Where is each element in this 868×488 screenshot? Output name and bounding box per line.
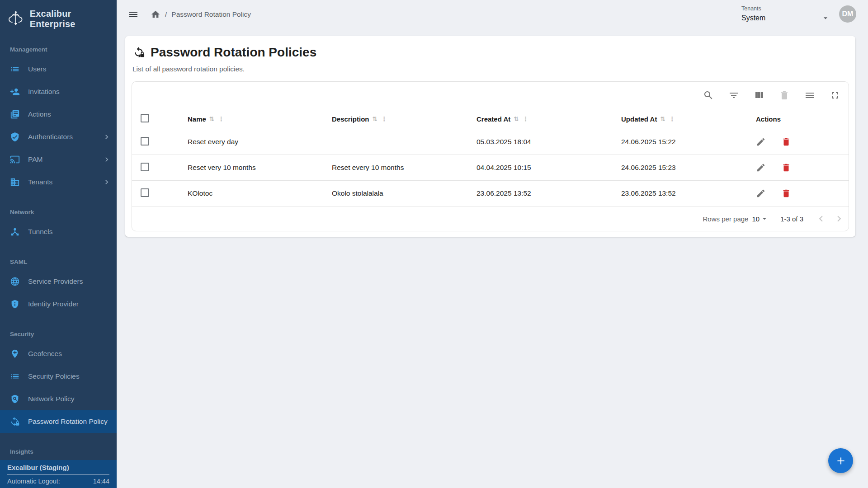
list-icon <box>10 64 20 74</box>
sidebar-item-invitations[interactable]: Invitations <box>0 80 117 103</box>
edit-button[interactable] <box>756 188 766 198</box>
tenant-select-label: Tenants <box>741 5 831 12</box>
brand-name: Excalibur Enterprise <box>30 9 110 29</box>
column-menu-icon[interactable]: ⋮ <box>523 115 529 122</box>
library-books-icon <box>10 109 20 119</box>
sidebar-item-label: PAM <box>28 155 94 164</box>
menu-toggle-button[interactable] <box>128 9 139 20</box>
add-policy-fab[interactable] <box>828 448 853 473</box>
chevron-right-icon <box>102 178 111 187</box>
chevron-right-icon <box>102 155 111 164</box>
sidebar-item-geofences[interactable]: Geofences <box>0 343 117 365</box>
edit-button[interactable] <box>756 163 766 173</box>
app-window: Excalibur Enterprise Management Users In… <box>0 0 868 488</box>
bulk-delete-button[interactable] <box>779 90 790 101</box>
sort-icon[interactable]: ⇅ <box>514 115 519 122</box>
column-menu-icon[interactable]: ⋮ <box>381 115 387 122</box>
column-menu-icon[interactable]: ⋮ <box>669 115 675 122</box>
sidebar-item-label: Users <box>28 65 111 73</box>
fullscreen-icon <box>830 90 840 101</box>
sort-icon[interactable]: ⇅ <box>373 115 377 122</box>
home-icon[interactable] <box>151 9 160 19</box>
row-checkbox[interactable] <box>141 188 149 197</box>
policies-table: Name ⇅ ⋮ Description ⇅ ⋮ Created At ⇅ ⋮ <box>132 81 849 231</box>
cell-name: Reset very 10 months <box>177 164 321 172</box>
filter-button[interactable] <box>728 90 739 101</box>
delete-button[interactable] <box>781 163 791 173</box>
main-area: / Password Rotation Policy Tenants Syste… <box>117 0 868 488</box>
chevron-right-icon <box>833 213 845 225</box>
sidebar-item-label: Service Providers <box>28 277 111 286</box>
column-header-actions: Actions <box>750 115 849 123</box>
view-columns-icon <box>754 90 764 101</box>
avatar-initials: DM <box>842 10 854 18</box>
dropdown-caret-icon <box>821 14 830 23</box>
section-label-insights: Insights <box>0 433 117 460</box>
sidebar-item-service-providers[interactable]: Service Providers <box>0 270 117 293</box>
building-icon <box>10 177 20 187</box>
row-checkbox[interactable] <box>141 163 149 171</box>
auto-logout-timer: 14:44 <box>93 478 109 485</box>
column-header-created-at: Created At ⇅ ⋮ <box>466 115 610 123</box>
row-checkbox[interactable] <box>141 137 149 145</box>
fullscreen-button[interactable] <box>830 90 840 101</box>
sidebar-item-label: Actions <box>28 110 111 118</box>
sidebar-item-security-policies[interactable]: Security Policies <box>0 365 117 388</box>
pencil-icon <box>756 163 766 173</box>
section-label-saml: SAML <box>0 243 117 270</box>
next-page-button[interactable] <box>833 213 845 225</box>
breadcrumb-current: Password Rotation Policy <box>171 10 251 19</box>
column-label: Name <box>188 115 206 123</box>
sidebar-item-password-rotation-policy[interactable]: Password Rotation Policy <box>0 410 117 433</box>
table-row: Reset every day 05.03.2025 18:04 24.06.2… <box>132 129 849 155</box>
trash-icon <box>781 137 791 147</box>
sort-icon[interactable]: ⇅ <box>660 115 665 122</box>
sidebar-item-actions[interactable]: Actions <box>0 103 117 126</box>
hamburger-icon <box>128 9 139 20</box>
tenant-select[interactable]: Tenants System <box>741 5 831 26</box>
sidebar-item-pam[interactable]: PAM <box>0 148 117 171</box>
sidebar-item-identity-provider[interactable]: Identity Provider <box>0 293 117 315</box>
rows-per-page-select[interactable]: 10 <box>752 215 769 223</box>
pencil-icon <box>756 137 766 147</box>
sidebar-item-label: Invitations <box>28 88 111 96</box>
sort-icon[interactable]: ⇅ <box>209 115 214 122</box>
search-button[interactable] <box>703 90 714 101</box>
sidebar-item-label: Security Policies <box>28 372 111 380</box>
environment-label: Excalibur (Staging) <box>7 464 109 475</box>
sidebar-item-label: Geofences <box>28 350 111 358</box>
search-icon <box>703 90 714 101</box>
rows-per-page-label: Rows per page <box>703 215 749 223</box>
list-icon <box>10 371 20 381</box>
column-menu-icon[interactable]: ⋮ <box>218 115 224 122</box>
sidebar-item-label: Identity Provider <box>28 300 111 308</box>
sidebar-item-authenticators[interactable]: Authenticators <box>0 126 117 148</box>
table-row: Reset very 10 months Reset every 10 mont… <box>132 155 849 180</box>
column-label: Actions <box>756 115 781 123</box>
delete-button[interactable] <box>781 137 791 147</box>
edit-button[interactable] <box>756 137 766 147</box>
sidebar-item-tunnels[interactable]: Tunnels <box>0 221 117 243</box>
columns-button[interactable] <box>754 90 764 101</box>
density-button[interactable] <box>804 90 815 101</box>
column-header-updated-at: Updated At ⇅ ⋮ <box>610 115 750 123</box>
delete-button[interactable] <box>781 188 791 198</box>
section-label-security: Security <box>0 315 117 343</box>
user-avatar[interactable]: DM <box>839 5 856 23</box>
sidebar-item-network-policy[interactable]: Network Policy <box>0 388 117 410</box>
cast-icon <box>10 155 20 164</box>
pencil-icon <box>756 188 766 198</box>
breadcrumb-separator: / <box>165 10 167 19</box>
select-all-checkbox[interactable] <box>141 114 149 122</box>
sidebar-item-label: Authenticators <box>28 133 94 141</box>
table-pagination: Rows per page 10 1-3 of 3 <box>132 206 849 231</box>
sidebar-item-users[interactable]: Users <box>0 58 117 80</box>
pagination-range: 1-3 of 3 <box>780 215 803 223</box>
trash-icon <box>779 90 790 101</box>
excalibur-cloud-sword-logo-icon <box>7 9 24 28</box>
sidebar-item-label: Password Rotation Policy <box>28 418 111 426</box>
previous-page-button[interactable] <box>815 213 827 225</box>
trash-icon <box>781 163 791 173</box>
shield-search-icon <box>10 394 20 404</box>
sidebar-item-tenants[interactable]: Tenants <box>0 171 117 193</box>
